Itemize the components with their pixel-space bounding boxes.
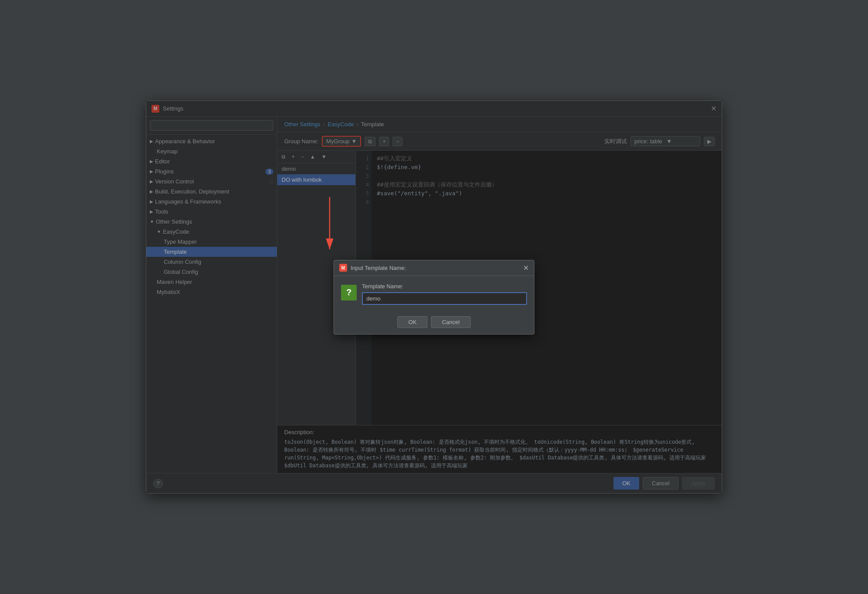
dialog-overlay: M Input Template Name: ✕ ? Template Name… <box>146 101 722 493</box>
dialog-title-bar: M Input Template Name: ✕ <box>334 260 534 276</box>
dialog-form: Template Name: <box>362 283 527 305</box>
dialog-app-icon: M <box>339 264 347 272</box>
dialog-body: ? Template Name: <box>334 276 534 312</box>
annotation-arrow <box>317 193 369 264</box>
template-name-label: Template Name: <box>362 283 527 290</box>
dialog-buttons: OK Cancel <box>334 312 534 334</box>
template-name-input[interactable] <box>362 292 527 305</box>
dialog: M Input Template Name: ✕ ? Template Name… <box>334 260 534 335</box>
dialog-title: Input Template Name: <box>351 265 406 271</box>
dialog-question-icon: ? <box>341 285 357 300</box>
dialog-close-button[interactable]: ✕ <box>523 264 529 272</box>
dialog-ok-button[interactable]: OK <box>397 316 427 328</box>
dialog-cancel-button[interactable]: Cancel <box>431 316 470 328</box>
settings-window: M Settings ✕ ▶ Appearance & Behavior Key… <box>146 100 722 494</box>
